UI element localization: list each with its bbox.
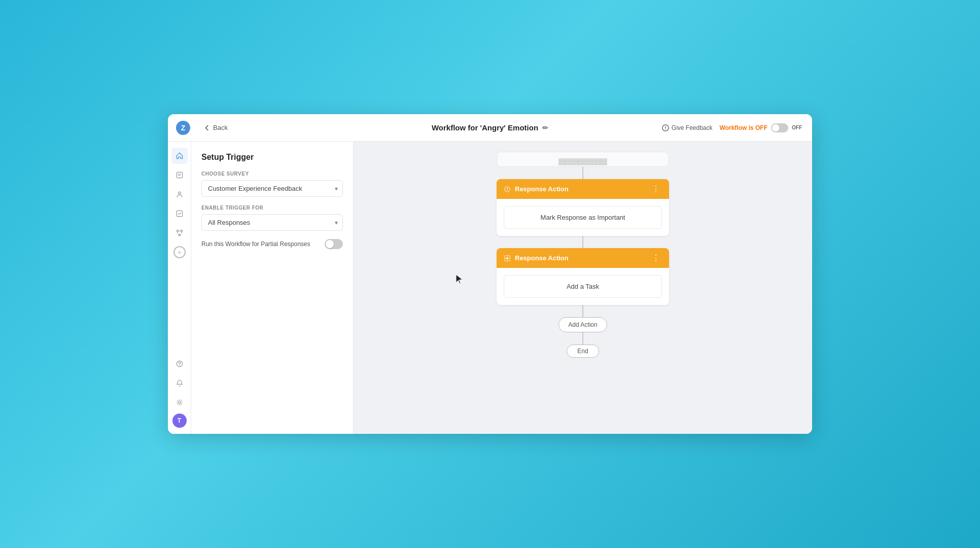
enable-trigger-label: ENABLE TRIGGER FOR xyxy=(201,205,343,211)
svg-point-10 xyxy=(179,401,181,403)
sidebar-item-settings[interactable] xyxy=(171,394,188,410)
workflow-toggle[interactable] xyxy=(771,123,788,132)
survey-icon xyxy=(176,171,184,179)
flow-container: ▓▓▓▓▓▓▓▓▓▓▓ Response Action xyxy=(364,152,802,358)
svg-point-9 xyxy=(179,365,180,366)
back-arrow-icon xyxy=(203,124,211,131)
contacts-icon xyxy=(176,190,184,198)
give-feedback-button[interactable]: Give Feedback xyxy=(662,124,713,131)
add-task-button[interactable]: Add a Task xyxy=(504,275,662,298)
sidebar-item-home[interactable] xyxy=(171,148,188,164)
end-node: End xyxy=(567,345,599,358)
sidebar-item-workflow[interactable] xyxy=(171,225,188,241)
setup-trigger-title: Setup Trigger xyxy=(201,153,343,162)
response-action-title-1: Response Action xyxy=(504,185,569,193)
workflow-status: Workflow is OFF OFF xyxy=(720,123,802,132)
feedback-icon xyxy=(662,124,669,131)
trigger-card-text: ▓▓▓▓▓▓▓▓▓▓▓ xyxy=(558,158,607,165)
connector-3 xyxy=(582,305,583,317)
response-action-header-1: Response Action ⋮ xyxy=(497,179,669,199)
mark-response-important-button[interactable]: Mark Response as Important xyxy=(504,206,662,229)
survey-select[interactable]: Customer Experience Feedback xyxy=(201,180,343,197)
sidebar-item-tasks[interactable] xyxy=(171,206,188,222)
sidebar-item-help[interactable] xyxy=(171,356,188,372)
trigger-select[interactable]: All Responses Specific Responses xyxy=(201,214,343,231)
app-window: Z Back Workflow for 'Angry' Emotion ✏ Gi… xyxy=(168,114,812,434)
app-logo: Z xyxy=(176,121,190,135)
response-action-body-1: Mark Response as Important xyxy=(497,199,669,236)
setup-panel: Setup Trigger CHOOSE SURVEY Customer Exp… xyxy=(191,142,354,434)
response-action-card-2: Response Action ⋮ Add a Task xyxy=(497,248,669,305)
canvas-area: ▓▓▓▓▓▓▓▓▓▓▓ Response Action xyxy=(354,142,812,434)
svg-point-1 xyxy=(665,129,666,129)
workflow-icon xyxy=(176,229,184,237)
top-bar: Z Back Workflow for 'Angry' Emotion ✏ Gi… xyxy=(168,114,812,142)
top-bar-right: Give Feedback Workflow is OFF OFF xyxy=(662,123,802,132)
response-action-icon-2 xyxy=(504,255,511,262)
sidebar-item-notifications[interactable] xyxy=(171,375,188,391)
settings-icon xyxy=(176,398,184,406)
connector-4 xyxy=(582,332,583,345)
trigger-card-partial: ▓▓▓▓▓▓▓▓▓▓▓ xyxy=(497,152,669,167)
response-action-menu-1[interactable]: ⋮ xyxy=(650,184,662,194)
svg-point-3 xyxy=(178,192,181,194)
home-icon xyxy=(176,152,184,160)
trigger-select-wrapper: All Responses Specific Responses ▾ xyxy=(201,214,343,231)
sidebar-bottom: T xyxy=(171,356,188,428)
response-action-card-1: Response Action ⋮ Mark Response as Impor… xyxy=(497,179,669,236)
partial-responses-toggle[interactable] xyxy=(325,239,343,249)
partial-responses-row: Run this Workflow for Partial Responses xyxy=(201,239,343,249)
help-icon xyxy=(176,360,184,368)
sidebar-item-surveys[interactable] xyxy=(171,167,188,183)
main-layout: + xyxy=(168,142,812,434)
response-action-title-2: Response Action xyxy=(504,254,569,262)
add-module-button[interactable]: + xyxy=(173,246,186,258)
response-action-icon-1 xyxy=(504,186,511,193)
svg-rect-2 xyxy=(177,172,182,178)
connector-2 xyxy=(582,236,583,248)
notifications-icon xyxy=(176,379,184,387)
response-action-menu-2[interactable]: ⋮ xyxy=(650,253,662,263)
user-avatar[interactable]: T xyxy=(172,414,187,428)
partial-responses-label: Run this Workflow for Partial Responses xyxy=(201,241,310,248)
add-action-button[interactable]: Add Action xyxy=(558,317,607,332)
sidebar: + xyxy=(168,142,191,434)
response-action-body-2: Add a Task xyxy=(497,268,669,305)
choose-survey-label: CHOOSE SURVEY xyxy=(201,171,343,177)
back-button[interactable]: Back xyxy=(203,124,228,131)
sidebar-item-contacts[interactable] xyxy=(171,186,188,202)
svg-point-12 xyxy=(507,190,507,190)
survey-select-wrapper: Customer Experience Feedback ▾ xyxy=(201,180,343,197)
connector-1 xyxy=(582,167,583,179)
response-action-header-2: Response Action ⋮ xyxy=(497,248,669,268)
page-title: Workflow for 'Angry' Emotion ✏ xyxy=(432,123,548,132)
tasks-icon xyxy=(176,210,184,218)
edit-title-icon[interactable]: ✏ xyxy=(542,124,548,132)
